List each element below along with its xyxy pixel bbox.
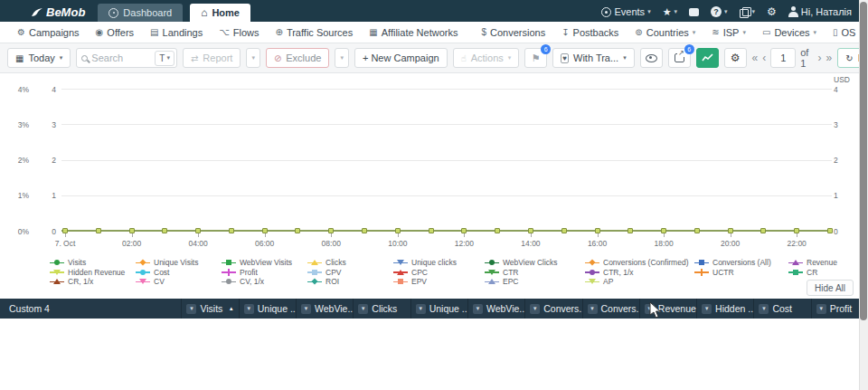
report-button[interactable]: ⇄ Report <box>183 48 241 68</box>
legend-item-epc[interactable]: EPC <box>485 277 585 287</box>
column-filter-icon[interactable]: ▼ <box>473 304 483 314</box>
data-point[interactable] <box>295 228 300 233</box>
nav-item-countries[interactable]: ⊚Countries▾ <box>627 27 703 38</box>
settings-button[interactable]: ⚙ <box>767 5 777 18</box>
data-point[interactable] <box>362 228 367 233</box>
legend-item-cv[interactable]: CV <box>136 277 222 287</box>
date-range-button[interactable]: ▦ Today ▾ <box>7 48 71 68</box>
data-point[interactable] <box>429 228 434 233</box>
workspaces-menu[interactable]: ▾ <box>740 7 756 16</box>
legend-item-cpv[interactable]: CPV <box>307 268 393 278</box>
legend-item-profit[interactable]: Profit <box>222 268 307 278</box>
legend-item-unique-clicks[interactable]: Unique clicks <box>393 258 485 268</box>
data-point[interactable] <box>827 228 833 233</box>
chart-toggle-button[interactable] <box>696 48 719 68</box>
data-point[interactable] <box>96 228 101 233</box>
column-header-visits[interactable]: ▼Visits▲ <box>181 299 238 319</box>
actions-button[interactable]: ☝ Actions ▾ <box>453 48 520 68</box>
nav-item-landings[interactable]: ▤Landings <box>142 27 211 38</box>
nav-item-flows[interactable]: ⌥Flows <box>211 27 267 38</box>
visibility-button[interactable] <box>640 48 663 68</box>
data-point[interactable] <box>760 228 766 233</box>
help-menu[interactable]: ? ▾ <box>711 6 728 17</box>
tab-dashboard[interactable]: Dashboard <box>98 4 183 22</box>
table-settings-button[interactable]: ⚙ <box>724 48 747 68</box>
exclude-dropdown-button[interactable]: ▾ <box>335 48 349 68</box>
search-input[interactable] <box>91 52 155 63</box>
column-header-webvie[interactable]: ▼WebVie... <box>467 299 524 319</box>
prev-page-button[interactable]: ‹ <box>762 52 766 64</box>
column-header-clicks[interactable]: ▼Clicks <box>353 299 410 319</box>
page-input[interactable] <box>770 48 796 68</box>
share-button[interactable]: 6 <box>668 48 691 68</box>
legend-item-epv[interactable]: EPV <box>393 277 485 287</box>
first-page-button[interactable]: « <box>752 52 759 64</box>
legend-item-ctr-1-x[interactable]: CTR, 1/x <box>585 268 694 278</box>
column-filter-icon[interactable]: ▼ <box>530 304 540 314</box>
exclude-button[interactable]: ⊘ Exclude <box>266 48 330 68</box>
column-header-revenue[interactable]: ▼Revenue▲ <box>639 299 696 319</box>
legend-item-cpc[interactable]: CPC <box>393 268 485 278</box>
column-header-hidden[interactable]: ▼Hidden ... <box>696 299 753 319</box>
legend-item-visits[interactable]: Visits <box>50 258 136 268</box>
legend-item-webview-visits[interactable]: WebView Visits <box>222 258 307 268</box>
column-header-unique[interactable]: ▼Unique ... <box>239 299 296 319</box>
column-filter-icon[interactable]: ▼ <box>186 304 196 314</box>
data-point[interactable] <box>627 228 633 233</box>
data-point[interactable] <box>694 228 700 233</box>
legend-item-ap[interactable]: AP <box>585 277 694 287</box>
data-point[interactable] <box>561 228 567 233</box>
column-filter-icon[interactable]: ▼ <box>759 304 769 314</box>
next-page-button[interactable]: › <box>818 52 822 64</box>
traffic-filter-dropdown[interactable]: ♥ With Tra... ▾ <box>552 48 634 68</box>
vertical-scrollbar-track[interactable] <box>859 0 868 390</box>
column-header-custom-4[interactable]: Custom 4 <box>0 299 181 319</box>
favorites-menu[interactable]: ★ ▾ <box>663 6 677 18</box>
column-filter-icon[interactable]: ▼ <box>416 304 426 314</box>
legend-item-roi[interactable]: ROI <box>307 277 393 287</box>
nav-item-devices[interactable]: ▭Devices▾ <box>754 27 825 38</box>
legend-item-conversions-confirmed[interactable]: Conversions (Confirmed) <box>585 258 694 268</box>
nav-item-conversions[interactable]: $Conversions <box>473 27 553 38</box>
new-campaign-button[interactable]: + New Campaign <box>354 48 448 68</box>
data-point[interactable] <box>229 228 234 233</box>
column-header-convers[interactable]: ▼Convers... <box>524 299 581 319</box>
tab-home[interactable]: ⌂ Home <box>190 4 250 22</box>
nav-item-isp[interactable]: ≋ISP▾ <box>703 27 754 38</box>
nav-item-affiliate-networks[interactable]: ▦Affiliate Networks <box>361 27 466 38</box>
user-menu[interactable]: Hi, Наталія <box>788 6 852 17</box>
legend-item-cr[interactable]: CR <box>788 268 861 278</box>
hide-all-button[interactable]: Hide All <box>807 280 854 296</box>
column-header-unique[interactable]: ▼Unique ... <box>410 299 467 319</box>
legend-item-cost[interactable]: Cost <box>136 268 222 278</box>
column-filter-icon[interactable]: ▼ <box>816 304 826 314</box>
report-dropdown-button[interactable]: ▾ <box>246 48 260 68</box>
events-menu[interactable]: Events ▾ <box>601 6 650 17</box>
legend-item-cv-1-x[interactable]: CV, 1/x <box>222 277 307 287</box>
last-page-button[interactable]: » <box>826 52 833 64</box>
legend-item-conversions-all[interactable]: Conversions (All) <box>694 258 788 268</box>
flag-button[interactable]: ⚑ 6 <box>524 48 547 68</box>
legend-item-ctr[interactable]: CTR <box>485 268 585 278</box>
column-filter-icon[interactable]: ▼ <box>244 304 254 314</box>
data-point[interactable] <box>495 228 500 233</box>
data-point[interactable] <box>162 228 167 233</box>
nav-item-traffic-sources[interactable]: ⊕Traffic Sources <box>267 27 361 38</box>
vertical-scrollbar-thumb[interactable] <box>860 2 867 320</box>
bemob-logo[interactable]: BeMob <box>0 5 98 22</box>
column-header-convers[interactable]: ▼Convers... <box>582 299 639 319</box>
nav-item-postbacks[interactable]: ↧Postbacks <box>553 27 627 38</box>
column-filter-icon[interactable]: ▼ <box>702 304 712 314</box>
legend-item-unique-visits[interactable]: Unique Visits <box>136 258 222 268</box>
column-filter-icon[interactable]: ▼ <box>301 304 311 314</box>
column-header-webvie[interactable]: ▼WebVie... <box>296 299 353 319</box>
legend-item-revenue[interactable]: Revenue <box>788 258 861 268</box>
column-filter-icon[interactable]: ▼ <box>588 304 598 314</box>
chat-button[interactable] <box>689 8 699 16</box>
legend-item-clicks[interactable]: Clicks <box>307 258 393 268</box>
nav-item-offers[interactable]: ◉Offers <box>88 27 143 38</box>
search-type-filter[interactable]: T ▾ <box>155 51 175 66</box>
nav-item-campaigns[interactable]: ⚙Campaigns <box>9 27 88 38</box>
legend-item-cr-1-x[interactable]: CR, 1/x <box>50 277 136 287</box>
legend-item-webview-clicks[interactable]: WebView Clicks <box>485 258 585 268</box>
